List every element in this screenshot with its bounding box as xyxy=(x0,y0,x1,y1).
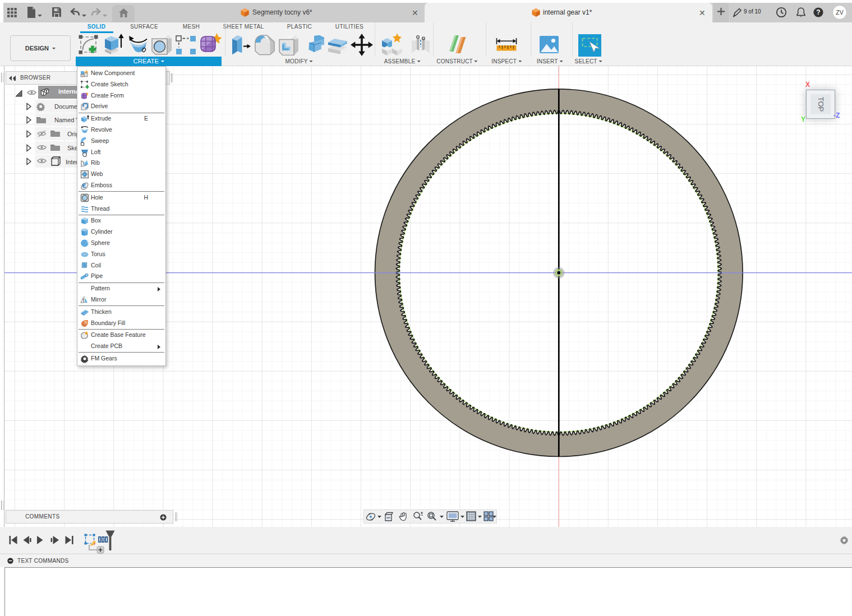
svg-text:?: ? xyxy=(816,8,820,16)
